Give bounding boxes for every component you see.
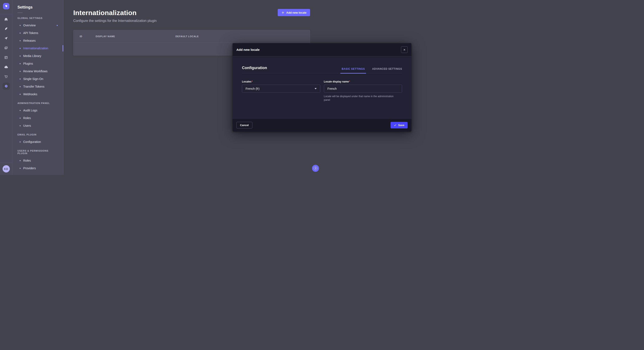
modal-footer: Cancel Save <box>232 118 322 132</box>
modal-header: Add new locale <box>232 43 322 56</box>
chevron-down-icon <box>314 88 317 89</box>
modal-fields: Locales* French (fr) Locale display name… <box>242 80 322 102</box>
add-locale-modal: Add new locale Configuration BASIC SETTI… <box>232 43 322 132</box>
modal-body: Configuration BASIC SETTINGS ADVANCED SE… <box>232 56 322 118</box>
locales-select[interactable]: French (fr) <box>242 85 320 93</box>
required-asterisk: * <box>252 80 253 83</box>
locales-label: Locales* <box>242 80 320 83</box>
locales-field-group: Locales* French (fr) <box>242 80 320 102</box>
cancel-button[interactable]: Cancel <box>236 122 252 128</box>
configuration-title: Configuration <box>242 66 267 73</box>
configuration-row: Configuration BASIC SETTINGS ADVANCED SE… <box>242 66 322 73</box>
modal-title: Add new locale <box>236 48 260 51</box>
